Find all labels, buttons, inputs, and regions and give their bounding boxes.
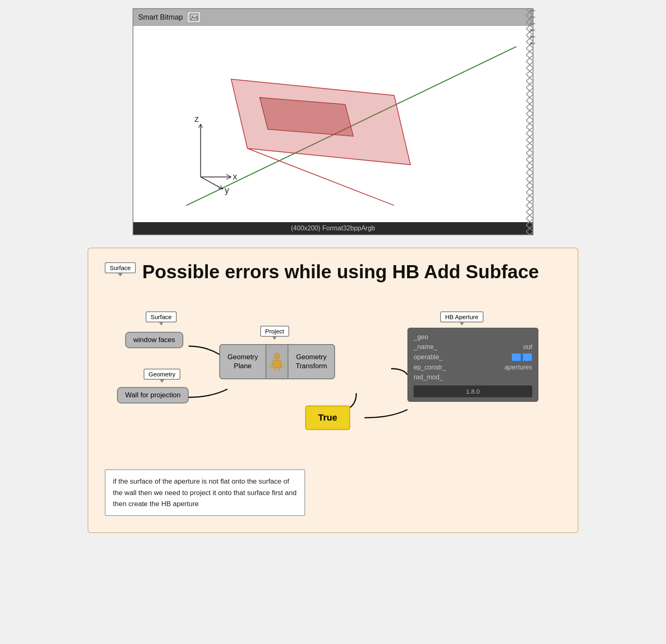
version-label: 1.8.0 bbox=[414, 385, 532, 397]
svg-text:y: y bbox=[225, 185, 229, 195]
diagram-title: Possible errors while using HB Add Subfa… bbox=[142, 261, 539, 283]
toggle-btn-2 bbox=[522, 353, 532, 361]
bitmap-canvas: z y x bbox=[133, 26, 533, 222]
hb-aperture-tooltip: HB Aperture bbox=[440, 311, 484, 322]
true-node: True bbox=[305, 405, 350, 430]
geometry-label-node: Geometry bbox=[144, 369, 180, 380]
svg-rect-0 bbox=[526, 9, 533, 234]
diagram-panel: Surface Possible errors while using HB A… bbox=[88, 248, 578, 533]
apertures-port: apertures bbox=[504, 364, 532, 371]
bitmap-icon bbox=[187, 11, 201, 23]
project-label-node: Project bbox=[260, 326, 289, 337]
rad-mod-port: rad_mod_ bbox=[414, 374, 443, 381]
geo-person-icon bbox=[266, 344, 288, 379]
geometry-plane-node: Geometry Plane bbox=[219, 344, 266, 379]
svg-line-24 bbox=[281, 363, 284, 367]
wall-for-projection-node: Wall for projection bbox=[117, 387, 189, 403]
bitmap-title: Smart Bitmap bbox=[138, 13, 183, 22]
bitmap-title-bar: Smart Bitmap bbox=[133, 9, 533, 26]
info-box: if the surface of the aperture is not fl… bbox=[105, 469, 305, 516]
surface-label-node: Surface bbox=[146, 311, 177, 322]
hb-aperture-node: _geo _name_ out operable_ ep_constr_ ape… bbox=[407, 328, 538, 402]
ep-constr-port: ep_constr_ bbox=[414, 364, 446, 371]
toggle-box bbox=[511, 353, 532, 361]
svg-point-21 bbox=[274, 354, 280, 359]
window-faces-node: window faces bbox=[125, 332, 183, 348]
svg-text:x: x bbox=[233, 171, 237, 182]
svg-line-23 bbox=[270, 363, 273, 367]
bitmap-panel: Smart Bitmap bbox=[133, 8, 533, 235]
svg-text:z: z bbox=[194, 114, 199, 124]
geo-port: _geo bbox=[414, 333, 428, 341]
bitmap-status-bar: (400x200) Format32bppArgb bbox=[133, 222, 533, 234]
svg-rect-22 bbox=[273, 360, 281, 368]
name-port: _name_ bbox=[414, 343, 437, 351]
out-port: out bbox=[523, 343, 532, 351]
toggle-btn-1 bbox=[511, 353, 521, 361]
geometry-transform-node: Geometry Transform bbox=[288, 344, 335, 379]
diagram-content: Surface window faces Geometry Wall for p… bbox=[105, 303, 561, 516]
operable-port: operable_ bbox=[414, 354, 443, 361]
surface-tooltip: Surface bbox=[105, 262, 136, 273]
